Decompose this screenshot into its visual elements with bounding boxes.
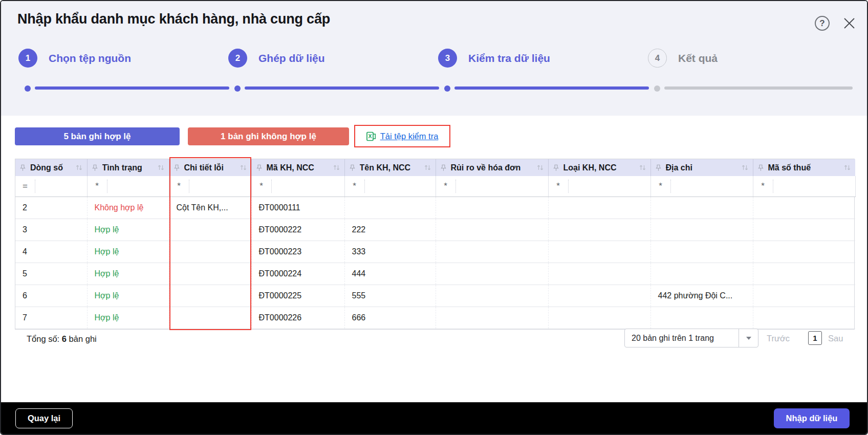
table-cell: [753, 263, 855, 285]
total-suffix: bản ghi: [69, 334, 97, 343]
sort-icon[interactable]: [240, 164, 247, 171]
column-header-rui-ro-hoa-don[interactable]: Rủi ro về hóa đơn: [436, 159, 548, 176]
filter-operator[interactable]: *: [753, 181, 773, 191]
pin-icon[interactable]: [553, 164, 559, 171]
pin-icon[interactable]: [441, 164, 446, 171]
progress-dot-2: [234, 85, 241, 92]
download-check-file-link[interactable]: Tải tệp kiểm tra: [380, 132, 439, 141]
filter-operator[interactable]: *: [651, 181, 670, 191]
table-cell: 444: [344, 263, 436, 285]
column-header-ten-kh-ncc[interactable]: Tên KH, NCC: [344, 159, 436, 176]
progress-segment-3: [454, 86, 649, 90]
filter-operator[interactable]: *: [88, 181, 107, 191]
sort-icon[interactable]: [333, 164, 340, 171]
table-cell: 222: [344, 219, 436, 241]
table-cell: [548, 263, 650, 285]
pagination-prev-button[interactable]: Trước: [767, 334, 790, 343]
pin-icon[interactable]: [656, 164, 661, 171]
table-cell: Hợp lệ: [87, 219, 169, 241]
step-3-kiem-tra-du-lieu[interactable]: 3 Kiểm tra dữ liệu: [438, 49, 550, 68]
filter-input[interactable]: [35, 180, 87, 193]
table-cell: 2: [15, 197, 87, 219]
filter-input[interactable]: [455, 180, 548, 193]
table-cell: 3: [15, 219, 87, 241]
table-cell: [753, 307, 855, 329]
table-cell: ĐT0000225: [251, 285, 344, 307]
pin-icon[interactable]: [758, 164, 764, 171]
table-cell: [753, 219, 855, 241]
table-cell: [650, 263, 753, 285]
table-cell: [650, 241, 753, 263]
column-label: Mã KH, NCC: [267, 163, 314, 172]
step-number: 2: [228, 49, 247, 68]
page-size-select[interactable]: 20 bản ghi trên 1 trang: [624, 329, 758, 347]
filter-input[interactable]: [364, 180, 436, 193]
sort-icon[interactable]: [424, 164, 431, 171]
column-header-ma-kh-ncc[interactable]: Mã KH, NCC: [251, 159, 344, 176]
table-cell: Không hợp lệ: [87, 197, 169, 219]
table-cell: [650, 307, 753, 329]
caret-down-icon[interactable]: [739, 329, 758, 347]
table-cell: Hợp lệ: [87, 263, 169, 285]
table-cell: [650, 219, 753, 241]
filter-operator[interactable]: *: [549, 181, 568, 191]
filter-operator[interactable]: *: [169, 181, 189, 191]
pin-icon[interactable]: [350, 164, 355, 171]
table-cell: ĐT0000223: [251, 241, 344, 263]
sort-icon[interactable]: [639, 164, 646, 171]
filter-cell-loai-kh-ncc: *: [548, 176, 650, 197]
step-label: Kiểm tra dữ liệu: [468, 52, 550, 64]
filter-operator[interactable]: *: [345, 181, 364, 191]
column-label: Rủi ro về hóa đơn: [451, 163, 521, 172]
back-button[interactable]: Quay lại: [15, 408, 73, 428]
pin-icon[interactable]: [92, 164, 98, 171]
column-header-loai-kh-ncc[interactable]: Loại KH, NCC: [548, 159, 650, 176]
close-icon[interactable]: [842, 16, 856, 30]
progress-dot-1: [25, 85, 31, 92]
sort-icon[interactable]: [536, 164, 544, 171]
sort-icon[interactable]: [75, 164, 83, 171]
filter-input[interactable]: [189, 180, 251, 193]
import-data-button[interactable]: Nhập dữ liệu: [774, 408, 850, 428]
column-header-chi-tiet-loi[interactable]: Chi tiết lỗi: [169, 159, 251, 176]
filter-cell-ten-kh-ncc: *: [344, 176, 436, 197]
table-cell: [169, 285, 251, 307]
pin-icon[interactable]: [174, 164, 180, 171]
step-2-ghep-du-lieu[interactable]: 2 Ghép dữ liệu: [228, 49, 325, 68]
table-header-row: Dòng sốTình trạngChi tiết lỗiMã KH, NCCT…: [15, 159, 855, 176]
progress-segment-1: [35, 86, 229, 90]
pin-icon[interactable]: [20, 164, 26, 171]
filter-operator[interactable]: *: [252, 181, 271, 191]
pagination-next-button[interactable]: Sau: [828, 334, 843, 343]
table-cell: Cột Tên KH,...: [169, 197, 251, 219]
column-header-dong-so[interactable]: Dòng số: [15, 159, 87, 176]
filter-input[interactable]: [271, 180, 344, 193]
step-1-chon-tep-nguon[interactable]: 1 Chọn tệp nguồn: [18, 49, 131, 68]
table-cell: [436, 197, 548, 219]
filter-input[interactable]: [670, 180, 753, 193]
filter-input[interactable]: [568, 180, 650, 193]
column-header-tinh-trang[interactable]: Tình trạng: [87, 159, 169, 176]
step-number: 1: [18, 49, 37, 68]
filter-operator[interactable]: *: [436, 181, 455, 191]
sort-icon[interactable]: [843, 164, 851, 171]
help-icon[interactable]: ?: [815, 16, 830, 31]
filter-operator[interactable]: =: [15, 181, 35, 191]
page-size-value: 20 bản ghi trên 1 trang: [625, 329, 739, 347]
pin-icon[interactable]: [256, 164, 262, 171]
pagination-current-page[interactable]: 1: [808, 331, 822, 345]
step-4-ket-qua[interactable]: 4 Kết quả: [648, 49, 718, 68]
records-table: Dòng sốTình trạngChi tiết lỗiMã KH, NCCT…: [15, 159, 855, 330]
filter-cell-rui-ro-hoa-don: *: [436, 176, 548, 197]
table-cell: [548, 285, 650, 307]
sort-icon[interactable]: [157, 164, 165, 171]
column-header-dia-chi[interactable]: Địa chỉ: [650, 159, 753, 176]
sort-icon[interactable]: [741, 164, 749, 171]
column-header-ma-so-thue[interactable]: Mã số thuế: [753, 159, 855, 176]
filter-input[interactable]: [773, 180, 855, 193]
table-cell: 4: [15, 241, 87, 263]
step-label: Chọn tệp nguồn: [49, 52, 131, 64]
table-cell: [169, 263, 251, 285]
table-cell: Hợp lệ: [87, 241, 169, 263]
filter-input[interactable]: [107, 180, 169, 193]
